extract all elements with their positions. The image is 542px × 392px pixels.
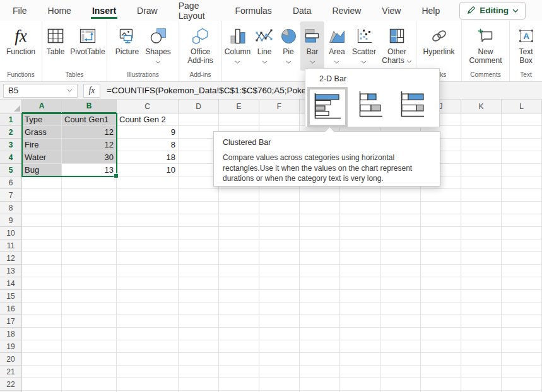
cell-b14[interactable] — [62, 277, 117, 290]
cell-e8[interactable] — [219, 202, 259, 214]
column-header-d[interactable]: D — [179, 100, 219, 113]
cell-k6[interactable] — [461, 176, 502, 189]
cell-c13[interactable] — [117, 265, 179, 277]
cell-g18[interactable] — [300, 328, 340, 340]
cell-e21[interactable] — [219, 366, 259, 378]
column-header-f[interactable]: F — [259, 100, 300, 113]
cell-l20[interactable] — [502, 353, 542, 366]
cell-g15[interactable] — [300, 290, 340, 303]
cell-c15[interactable] — [117, 290, 179, 303]
cell-a8[interactable] — [22, 202, 62, 214]
ribbon-button-picture[interactable]: Picture — [112, 21, 143, 71]
column-header-a[interactable]: A — [22, 100, 62, 113]
cell-d10[interactable] — [179, 227, 219, 239]
cell-a17[interactable] — [22, 315, 62, 328]
cell-a19[interactable] — [22, 340, 62, 353]
cell-a9[interactable] — [22, 214, 62, 227]
row-header-5[interactable]: 5 — [0, 164, 22, 176]
cell-c16[interactable] — [117, 303, 179, 315]
cell-i13[interactable] — [380, 265, 421, 277]
cell-h12[interactable] — [340, 252, 380, 265]
cell-c5[interactable]: 10 — [117, 164, 179, 176]
cell-l3[interactable] — [502, 139, 542, 151]
row-header-16[interactable]: 16 — [0, 303, 22, 315]
cell-f19[interactable] — [259, 340, 300, 353]
row-header-3[interactable]: 3 — [0, 139, 22, 151]
cell-i22[interactable] — [380, 378, 421, 391]
cell-c4[interactable]: 18 — [117, 151, 179, 164]
cell-g22[interactable] — [300, 378, 340, 391]
cell-l12[interactable] — [502, 252, 542, 265]
cell-i7[interactable] — [380, 189, 421, 202]
column-header-b[interactable]: B — [62, 100, 117, 113]
cell-d13[interactable] — [179, 265, 219, 277]
cell-j16[interactable] — [421, 303, 461, 315]
cell-l21[interactable] — [502, 366, 542, 378]
cell-b19[interactable] — [62, 340, 117, 353]
cell-d14[interactable] — [179, 277, 219, 290]
cell-i10[interactable] — [380, 227, 421, 239]
cell-k15[interactable] — [461, 290, 502, 303]
cell-k18[interactable] — [461, 328, 502, 340]
cell-h15[interactable] — [340, 290, 380, 303]
cell-l10[interactable] — [502, 227, 542, 239]
cell-f9[interactable] — [259, 214, 300, 227]
cell-b20[interactable] — [62, 353, 117, 366]
cell-g13[interactable] — [300, 265, 340, 277]
ribbon-button-bar[interactable]: Bar — [300, 21, 324, 71]
cell-b13[interactable] — [62, 265, 117, 277]
ribbon-button-area[interactable]: Area — [324, 21, 350, 71]
row-header-6[interactable]: 6 — [0, 176, 22, 189]
row-header-10[interactable]: 10 — [0, 227, 22, 239]
cell-b8[interactable] — [62, 202, 117, 214]
cell-i14[interactable] — [380, 277, 421, 290]
cell-d21[interactable] — [179, 366, 219, 378]
row-header-2[interactable]: 2 — [0, 126, 22, 139]
cell-h21[interactable] — [340, 366, 380, 378]
tab-draw[interactable]: Draw — [136, 0, 159, 21]
cell-k11[interactable] — [461, 239, 502, 252]
cell-j21[interactable] — [421, 366, 461, 378]
cell-k1[interactable] — [461, 113, 502, 126]
cell-j11[interactable] — [421, 239, 461, 252]
cell-e7[interactable] — [219, 189, 259, 202]
cell-h11[interactable] — [340, 239, 380, 252]
cell-i18[interactable] — [380, 328, 421, 340]
cell-a3[interactable]: Fire — [22, 139, 62, 151]
cell-g19[interactable] — [300, 340, 340, 353]
cell-d1[interactable] — [179, 113, 219, 126]
cell-h20[interactable] — [340, 353, 380, 366]
cell-k21[interactable] — [461, 366, 502, 378]
cell-b22[interactable] — [62, 378, 117, 391]
ribbon-button-new-comment[interactable]: New Comment — [464, 21, 507, 71]
cell-k19[interactable] — [461, 340, 502, 353]
cell-j12[interactable] — [421, 252, 461, 265]
cell-c14[interactable] — [117, 277, 179, 290]
row-header-9[interactable]: 9 — [0, 214, 22, 227]
cell-b10[interactable] — [62, 227, 117, 239]
cell-f17[interactable] — [259, 315, 300, 328]
cell-f20[interactable] — [259, 353, 300, 366]
cell-c3[interactable]: 8 — [117, 139, 179, 151]
row-header-8[interactable]: 8 — [0, 202, 22, 214]
cell-e9[interactable] — [219, 214, 259, 227]
row-header-14[interactable]: 14 — [0, 277, 22, 290]
cell-c7[interactable] — [117, 189, 179, 202]
cell-e10[interactable] — [219, 227, 259, 239]
ribbon-button-scatter[interactable]: Scatter — [350, 21, 379, 71]
cell-a12[interactable] — [22, 252, 62, 265]
insert-function-button[interactable]: fx — [83, 84, 100, 98]
select-all-corner[interactable] — [0, 100, 22, 113]
cell-d12[interactable] — [179, 252, 219, 265]
cell-c22[interactable] — [117, 378, 179, 391]
tab-insert[interactable]: Insert — [91, 0, 117, 21]
tab-home[interactable]: Home — [47, 0, 73, 21]
cell-k13[interactable] — [461, 265, 502, 277]
cell-b21[interactable] — [62, 366, 117, 378]
cell-c10[interactable] — [117, 227, 179, 239]
cell-g12[interactable] — [300, 252, 340, 265]
cell-l17[interactable] — [502, 315, 542, 328]
cell-k2[interactable] — [461, 126, 502, 139]
cell-k22[interactable] — [461, 378, 502, 391]
ribbon-button-hyperlink[interactable]: Hyperlink — [416, 21, 461, 71]
